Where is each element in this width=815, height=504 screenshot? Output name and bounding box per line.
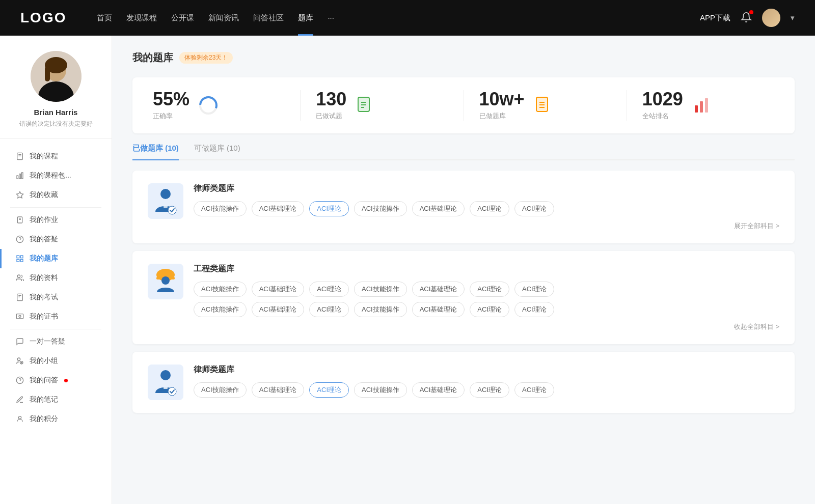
nav-discover[interactable]: 发现课程 bbox=[126, 13, 157, 23]
tags-row-2b: ACI技能操作 ACI基础理论 ACI理论 ACI技能操作 ACI基础理论 AC… bbox=[194, 302, 779, 317]
tag-item[interactable]: ACI理论 bbox=[514, 302, 554, 317]
tag-item[interactable]: ACI技能操作 bbox=[354, 382, 407, 398]
nav-open-course[interactable]: 公开课 bbox=[171, 13, 194, 23]
nav-right: APP下载 ▾ bbox=[700, 9, 795, 27]
tag-item-active[interactable]: ACI理论 bbox=[309, 382, 349, 398]
tag-item[interactable]: ACI基础理论 bbox=[252, 201, 305, 216]
sidebar-item-one-on-one[interactable]: 一对一答疑 bbox=[0, 332, 112, 351]
svg-point-24 bbox=[19, 315, 21, 317]
tag-item[interactable]: ACI理论 bbox=[514, 282, 554, 297]
sidebar: Brian Harris 错误的决定比没有决定要好 我的课程 我的课程包... bbox=[0, 36, 112, 504]
sidebar-item-qa[interactable]: 我的答疑 bbox=[0, 230, 112, 249]
tag-item[interactable]: ACI理论 bbox=[470, 382, 509, 398]
sidebar-item-homework[interactable]: 我的作业 bbox=[0, 210, 112, 230]
tag-item[interactable]: ACI技能操作 bbox=[194, 382, 247, 398]
sidebar-item-exams[interactable]: 我的考试 bbox=[0, 288, 112, 307]
sidebar-item-courses[interactable]: 我的课程 bbox=[0, 147, 112, 166]
stat-done-banks-number: 10w+ bbox=[479, 90, 525, 108]
bank-body-3: 律师类题库 ACI技能操作 ACI基础理论 ACI理论 ACI技能操作 ACI基… bbox=[194, 365, 779, 398]
main-content: 我的题库 体验剩余23天！ 55% 正确率 bbox=[112, 36, 815, 504]
page-header: 我的题库 体验剩余23天！ bbox=[132, 51, 795, 65]
tag-item[interactable]: ACI基础理论 bbox=[412, 302, 465, 317]
tag-item[interactable]: ACI基础理论 bbox=[252, 282, 305, 297]
sidebar-item-certs[interactable]: 我的证书 bbox=[0, 307, 112, 326]
bank-body-2: 工程类题库 ACI技能操作 ACI基础理论 ACI理论 ACI技能操作 ACI基… bbox=[194, 264, 779, 331]
nav-home[interactable]: 首页 bbox=[97, 13, 112, 23]
tag-item[interactable]: ACI基础理论 bbox=[412, 201, 465, 216]
svg-point-53 bbox=[168, 387, 176, 396]
user-avatar[interactable] bbox=[762, 9, 780, 27]
lawyer-icon-2 bbox=[148, 365, 183, 400]
sidebar-label: 我的题库 bbox=[30, 254, 58, 263]
grid-icon bbox=[15, 254, 24, 263]
stat-rank: 1029 全站排名 bbox=[642, 90, 774, 121]
profile-avatar bbox=[31, 51, 82, 102]
nav-news[interactable]: 新闻资讯 bbox=[208, 13, 239, 23]
tag-item[interactable]: ACI基础理论 bbox=[252, 302, 305, 317]
nav-bank[interactable]: 题库 bbox=[298, 13, 313, 23]
navbar: LOGO 首页 发现课程 公开课 新闻资讯 问答社区 题库 ··· APP下载 … bbox=[0, 0, 815, 36]
sidebar-item-course-pack[interactable]: 我的课程包... bbox=[0, 166, 112, 185]
sidebar-label: 我的课程包... bbox=[30, 171, 71, 180]
app-download-button[interactable]: APP下载 bbox=[700, 13, 730, 23]
bank-card-1: 律师类题库 ACI技能操作 ACI基础理论 ACI理论 ACI技能操作 ACI基… bbox=[132, 171, 795, 243]
tag-item[interactable]: ACI技能操作 bbox=[354, 201, 407, 216]
stats-row: 55% 正确率 130 已做试题 bbox=[132, 77, 795, 133]
tab-done-banks[interactable]: 已做题库 (10) bbox=[132, 144, 179, 159]
tag-item[interactable]: ACI理论 bbox=[470, 282, 509, 297]
sidebar-label: 一对一答疑 bbox=[30, 337, 65, 346]
tag-item[interactable]: ACI理论 bbox=[470, 201, 509, 216]
sidebar-item-materials[interactable]: 我的资料 bbox=[0, 268, 112, 288]
group-icon bbox=[15, 356, 24, 366]
pie-chart-icon bbox=[197, 94, 220, 117]
tabs-row: 已做题库 (10) 可做题库 (10) bbox=[132, 144, 795, 160]
user-dropdown-icon[interactable]: ▾ bbox=[791, 13, 795, 22]
tag-item[interactable]: ACI理论 bbox=[514, 382, 554, 398]
person-icon bbox=[15, 414, 24, 424]
collapse-link-2[interactable]: 收起全部科目 > bbox=[194, 322, 779, 331]
sidebar-label: 我的课程 bbox=[30, 152, 58, 161]
tag-item[interactable]: ACI基础理论 bbox=[252, 382, 305, 398]
sidebar-item-bank[interactable]: 我的题库 bbox=[0, 249, 112, 268]
sidebar-item-questions[interactable]: 我的问答 bbox=[0, 371, 112, 390]
bank-title-2: 工程类题库 bbox=[194, 264, 779, 274]
bank-card-3: 律师类题库 ACI技能操作 ACI基础理论 ACI理论 ACI技能操作 ACI基… bbox=[132, 352, 795, 413]
svg-marker-11 bbox=[16, 191, 23, 198]
page-title: 我的题库 bbox=[132, 51, 173, 65]
tag-item[interactable]: ACI理论 bbox=[309, 302, 349, 317]
tag-item[interactable]: ACI技能操作 bbox=[194, 201, 247, 216]
nav-qa[interactable]: 问答社区 bbox=[253, 13, 284, 23]
stat-done-questions: 130 已做试题 bbox=[316, 90, 464, 121]
sidebar-item-points[interactable]: 我的积分 bbox=[0, 409, 112, 429]
tag-item[interactable]: ACI基础理论 bbox=[412, 382, 465, 398]
expand-link-1[interactable]: 展开全部科目 > bbox=[194, 221, 779, 231]
star-icon bbox=[15, 190, 24, 200]
sidebar-item-notes[interactable]: 我的笔记 bbox=[0, 390, 112, 409]
tag-item[interactable]: ACI理论 bbox=[514, 201, 554, 216]
sidebar-item-favorites[interactable]: 我的收藏 bbox=[0, 185, 112, 205]
file-icon bbox=[15, 152, 24, 161]
tag-item[interactable]: ACI技能操作 bbox=[354, 302, 407, 317]
sidebar-item-groups[interactable]: 我的小组 bbox=[0, 351, 112, 371]
bar-chart-icon bbox=[15, 171, 24, 180]
tab-available-banks[interactable]: 可做题库 (10) bbox=[194, 144, 240, 159]
doc-green-icon bbox=[354, 94, 376, 117]
notification-dot bbox=[749, 10, 753, 14]
sidebar-label: 我的小组 bbox=[30, 356, 58, 366]
tag-item[interactable]: ACI技能操作 bbox=[354, 282, 407, 297]
bank-card-2: 工程类题库 ACI技能操作 ACI基础理论 ACI理论 ACI技能操作 ACI基… bbox=[132, 251, 795, 344]
tags-row-1: ACI技能操作 ACI基础理论 ACI理论 ACI技能操作 ACI基础理论 AC… bbox=[194, 201, 779, 216]
tag-item[interactable]: ACI理论 bbox=[309, 282, 349, 297]
chat-icon bbox=[15, 337, 24, 346]
nav-more[interactable]: ··· bbox=[328, 13, 334, 23]
tag-item[interactable]: ACI理论 bbox=[470, 302, 509, 317]
profile-name: Brian Harris bbox=[10, 108, 101, 117]
svg-rect-42 bbox=[695, 105, 698, 113]
svg-rect-15 bbox=[17, 256, 19, 258]
tag-item[interactable]: ACI技能操作 bbox=[194, 282, 247, 297]
tag-item[interactable]: ACI技能操作 bbox=[194, 302, 247, 317]
tag-item[interactable]: ACI基础理论 bbox=[412, 282, 465, 297]
tag-item-active[interactable]: ACI理论 bbox=[309, 201, 349, 216]
notification-bell-icon[interactable] bbox=[741, 12, 752, 24]
nav-links: 首页 发现课程 公开课 新闻资讯 问答社区 题库 ··· bbox=[97, 13, 685, 23]
